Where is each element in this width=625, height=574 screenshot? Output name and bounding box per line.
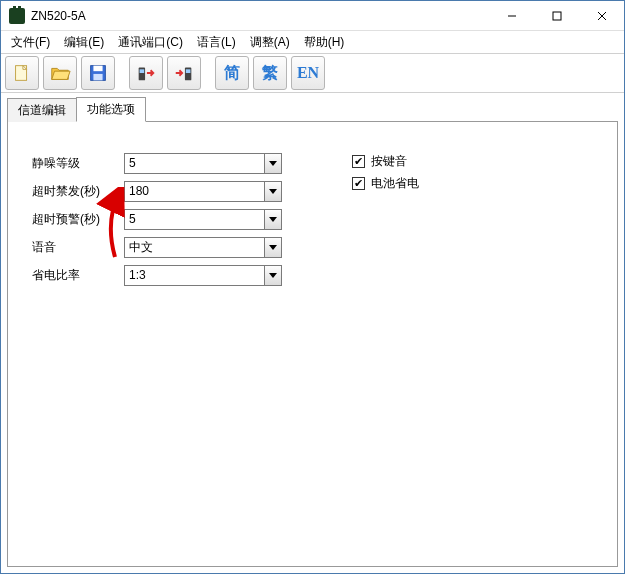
menubar: 文件(F) 编辑(E) 通讯端口(C) 语言(L) 调整(A) 帮助(H) (1, 31, 624, 53)
voice-select[interactable]: 中文 (124, 237, 282, 258)
write-to-radio-button[interactable] (167, 56, 201, 90)
menu-edit[interactable]: 编辑(E) (58, 32, 110, 53)
toolbar: 简 繁 EN (1, 53, 624, 93)
squelch-value: 5 (129, 156, 136, 170)
menu-file[interactable]: 文件(F) (5, 32, 56, 53)
new-file-icon (11, 62, 33, 84)
menu-comport[interactable]: 通讯端口(C) (112, 32, 189, 53)
timeout-warn-select[interactable]: 5 (124, 209, 282, 230)
window-controls (489, 1, 624, 30)
save-icon (87, 62, 109, 84)
maximize-button[interactable] (534, 1, 579, 31)
squelch-label: 静噪等级 (32, 155, 124, 172)
open-button[interactable] (43, 56, 77, 90)
new-button[interactable] (5, 56, 39, 90)
close-icon (597, 11, 607, 21)
tabstrip: 信道编辑 功能选项 (7, 97, 618, 121)
minimize-button[interactable] (489, 1, 534, 31)
power-ratio-label: 省电比率 (32, 267, 124, 284)
close-button[interactable] (579, 1, 624, 31)
keytone-label: 按键音 (371, 153, 407, 170)
power-ratio-select[interactable]: 1:3 (124, 265, 282, 286)
app-window: ZN520-5A 文件(F) 编辑(E) 通讯端口(C) 语言(L) 调整(A)… (0, 0, 625, 574)
dropdown-arrow-icon (264, 238, 281, 257)
dropdown-arrow-icon (264, 266, 281, 285)
maximize-icon (552, 11, 562, 21)
svg-rect-9 (140, 69, 145, 73)
svg-rect-11 (186, 69, 191, 73)
menu-adjust[interactable]: 调整(A) (244, 32, 296, 53)
lang-english-button[interactable]: EN (291, 56, 325, 90)
save-button[interactable] (81, 56, 115, 90)
client-area: 信道编辑 功能选项 静噪等级 5 超时禁发(秒) 180 (1, 93, 624, 573)
read-radio-icon (135, 62, 157, 84)
svg-rect-6 (93, 66, 102, 72)
read-from-radio-button[interactable] (129, 56, 163, 90)
dropdown-arrow-icon (264, 210, 281, 229)
timeout-tx-select[interactable]: 180 (124, 181, 282, 202)
tab-channel-edit[interactable]: 信道编辑 (7, 98, 77, 122)
titlebar: ZN520-5A (1, 1, 624, 31)
voice-value: 中文 (129, 239, 153, 256)
svg-rect-1 (553, 12, 561, 20)
folder-open-icon (49, 62, 71, 84)
tab-function-options[interactable]: 功能选项 (76, 97, 146, 122)
dropdown-arrow-icon (264, 154, 281, 173)
app-icon (9, 8, 25, 24)
timeout-warn-value: 5 (129, 212, 136, 226)
keytone-checkbox[interactable]: ✔ (352, 155, 365, 168)
menu-language[interactable]: 语言(L) (191, 32, 242, 53)
timeout-tx-label: 超时禁发(秒) (32, 183, 124, 200)
svg-rect-7 (93, 74, 102, 80)
battery-save-checkbox[interactable]: ✔ (352, 177, 365, 190)
lang-simplified-button[interactable]: 简 (215, 56, 249, 90)
window-title: ZN520-5A (31, 9, 489, 23)
write-radio-icon (173, 62, 195, 84)
voice-label: 语音 (32, 239, 124, 256)
timeout-tx-value: 180 (129, 184, 149, 198)
tabpage-function-options: 静噪等级 5 超时禁发(秒) 180 超时预 (7, 121, 618, 567)
lang-traditional-button[interactable]: 繁 (253, 56, 287, 90)
power-ratio-value: 1:3 (129, 268, 146, 282)
minimize-icon (507, 11, 517, 21)
battery-save-label: 电池省电 (371, 175, 419, 192)
dropdown-arrow-icon (264, 182, 281, 201)
menu-help[interactable]: 帮助(H) (298, 32, 351, 53)
squelch-select[interactable]: 5 (124, 153, 282, 174)
timeout-warn-label: 超时预警(秒) (32, 211, 124, 228)
